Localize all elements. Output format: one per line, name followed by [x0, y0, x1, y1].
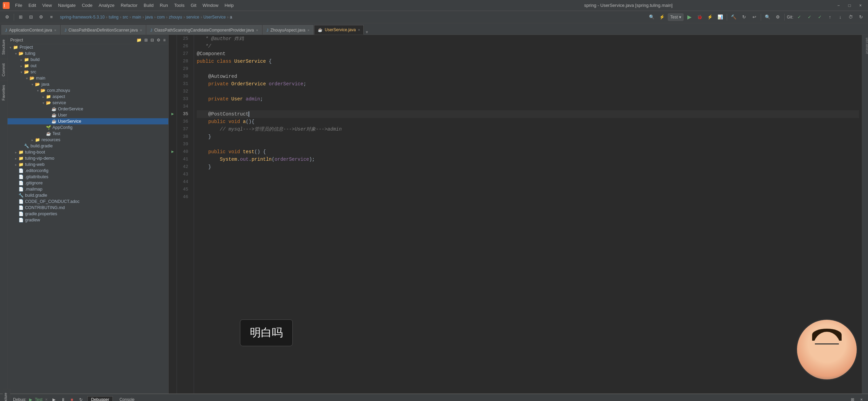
tree-item-com-zhouyu[interactable]: 📂 com.zhouyu [8, 87, 168, 94]
side-label-commit[interactable]: Commit [0, 59, 7, 81]
bc-src[interactable]: src [123, 15, 128, 20]
menu-run[interactable]: Run [157, 2, 171, 9]
debug-tab-console[interactable]: Console [116, 396, 138, 401]
tree-collapse-btn[interactable]: ⊟ [150, 38, 154, 42]
debug-session-label[interactable]: Test [35, 397, 43, 401]
menu-edit[interactable]: Edit [26, 2, 39, 9]
debug-pause-btn[interactable]: ⏸ [59, 396, 67, 401]
minimize-button[interactable]: − [834, 2, 843, 9]
tab-close-4[interactable]: × [308, 28, 310, 32]
tree-item-orderservice[interactable]: ☕ OrderService [8, 106, 168, 112]
tab-close-1[interactable]: × [54, 28, 56, 32]
git-check-2[interactable]: ✓ [805, 13, 814, 22]
tree-item-build-gradle[interactable]: 🔧 build.gradle [8, 143, 168, 149]
tree-item-gitignore[interactable]: 📄 .gitignore [8, 180, 168, 186]
git-check-3[interactable]: ✓ [815, 13, 824, 22]
git-push-btn[interactable]: ↑ [825, 13, 834, 22]
menu-navigate[interactable]: Navigate [55, 2, 78, 9]
tree-item-java[interactable]: 📂 java [8, 81, 168, 87]
close-button[interactable]: × [856, 2, 865, 9]
tab-classpathscanning[interactable]: J ClassPathScanningCandidateComponentPro… [146, 25, 262, 35]
tree-settings-btn[interactable]: ⚙ [157, 38, 160, 42]
vcs-search-btn[interactable]: 🔍 [647, 13, 656, 22]
maximize-button[interactable]: □ [845, 2, 854, 9]
tree-item-appconfig[interactable]: 🌱 AppConfig [8, 124, 168, 131]
tab-applicationcontext[interactable]: J ApplicationContext.java × [1, 25, 60, 35]
tree-item-tuling-web[interactable]: 📁 tuling-web [8, 161, 168, 168]
coverage-button[interactable]: ⚡ [706, 13, 714, 22]
tree-item-gitattributes[interactable]: 📄 .gitattributes [8, 174, 168, 180]
debug-close-btn[interactable]: × [45, 397, 48, 401]
menu-analyze[interactable]: Analyze [96, 2, 117, 9]
tree-item-out[interactable]: 📁 out [8, 63, 168, 69]
tree-item-tuling-boot[interactable]: 📁 tuling-boot [8, 149, 168, 155]
tab-classpathbean[interactable]: J ClassPathBeanDefinitionScanner.java × [61, 25, 146, 35]
tree-item-service[interactable]: 📂 service [8, 100, 168, 106]
tree-item-build[interactable]: 📁 build [8, 57, 168, 63]
collapse-all-btn[interactable]: ⊟ [26, 13, 35, 22]
git-pull-btn[interactable]: ↓ [836, 13, 845, 22]
right-label-database[interactable]: Database [862, 35, 868, 57]
search-everywhere-btn[interactable]: 🔍 [763, 13, 772, 22]
debug-side-lbl-structure[interactable]: Structure [3, 389, 10, 401]
bc-java[interactable]: java [145, 15, 153, 20]
tree-item-tuling[interactable]: 📂 tuling [8, 50, 168, 57]
tree-item-main[interactable]: 📂 main [8, 75, 168, 81]
bc-main[interactable]: main [132, 15, 141, 20]
expand-all-btn[interactable]: ⊞ [16, 13, 25, 22]
debug-tab-debugger[interactable]: Debugger [87, 396, 113, 401]
debug-resume-btn[interactable]: ▶ [50, 396, 58, 401]
tab-close-2[interactable]: × [140, 28, 142, 32]
menu-refactor[interactable]: Refactor [118, 2, 140, 9]
tree-item-resources[interactable]: 📁 resources [8, 137, 168, 143]
settings-gear-btn[interactable]: ⚙ [773, 13, 782, 22]
tree-item-contributing[interactable]: 📄 CONTRIBUTING.md [8, 205, 168, 211]
run-button[interactable]: ▶ [685, 13, 694, 22]
git-refresh-btn[interactable]: ↻ [856, 13, 865, 22]
bc-service[interactable]: service [186, 15, 199, 20]
git-history-btn[interactable]: ⏱ [846, 13, 855, 22]
run-config-label[interactable]: Test ▾ [668, 13, 684, 21]
bc-tuling[interactable]: tuling [109, 15, 119, 20]
tree-item-code-conduct[interactable]: 📄 CODE_OF_CONDUCT.adoc [8, 198, 168, 205]
tree-item-gradlew[interactable]: 📄 gradlew [8, 217, 168, 223]
tree-item-userservice[interactable]: ☕ UserService [8, 118, 168, 124]
update-button[interactable]: ↻ [739, 13, 748, 22]
code-content[interactable]: * @author 炸鸡 */ @Component public class … [194, 35, 862, 393]
debug-stop-btn[interactable]: ■ [68, 396, 76, 401]
tab-overflow-btn[interactable]: ▾ [366, 29, 368, 35]
menu-build[interactable]: Build [141, 2, 156, 9]
bc-zhouyu[interactable]: zhouyu [169, 15, 182, 20]
tree-item-build-gradle2[interactable]: 🔧 build.gradle [8, 192, 168, 198]
tree-item-project[interactable]: 📁 Project [8, 44, 168, 50]
profiler-button[interactable]: 📊 [716, 13, 725, 22]
tree-item-gradle-properties[interactable]: 📄 gradle.properties [8, 211, 168, 217]
tab-userservice[interactable]: ☕ UserService.java × [314, 25, 364, 35]
sync-btn[interactable]: ⚙ [37, 13, 46, 22]
tree-item-tuling-vip[interactable]: 📁 tuling-vip-demo [8, 155, 168, 161]
bc-userservice[interactable]: UserService [203, 15, 226, 20]
build-button[interactable]: 🔨 [729, 13, 738, 22]
tab-close-5[interactable]: × [358, 28, 360, 32]
bc-spring-framework[interactable]: spring-framework-5.3.10 [60, 15, 105, 20]
menu-tools[interactable]: Tools [171, 2, 187, 9]
git-check-1[interactable]: ✓ [795, 13, 804, 22]
debug-close-panel-btn[interactable]: × [858, 396, 865, 401]
vcs-btn[interactable]: ⚡ [658, 13, 666, 22]
project-structure-btn[interactable]: ⚙ [3, 13, 12, 22]
tree-expand-btn[interactable]: ⊞ [144, 38, 148, 42]
tree-item-src[interactable]: 📂 src [8, 69, 168, 75]
tree-item-user[interactable]: ☕ User [8, 112, 168, 118]
menu-view[interactable]: View [39, 2, 55, 9]
menu-git[interactable]: Git [188, 2, 199, 9]
menu-help[interactable]: Help [222, 2, 237, 9]
tree-item-mailmap[interactable]: 📄 .mailmap [8, 186, 168, 192]
side-label-favorites[interactable]: Favorites [0, 81, 7, 105]
bc-com[interactable]: com [157, 15, 165, 20]
menu-file[interactable]: File [12, 2, 25, 9]
menu-window[interactable]: Window [200, 2, 221, 9]
tab-close-3[interactable]: × [256, 28, 258, 32]
debug-rerun-btn[interactable]: ↻ [77, 396, 85, 401]
debug-button[interactable]: 🐞 [695, 13, 704, 22]
settings-btn[interactable]: ≡ [47, 13, 56, 22]
